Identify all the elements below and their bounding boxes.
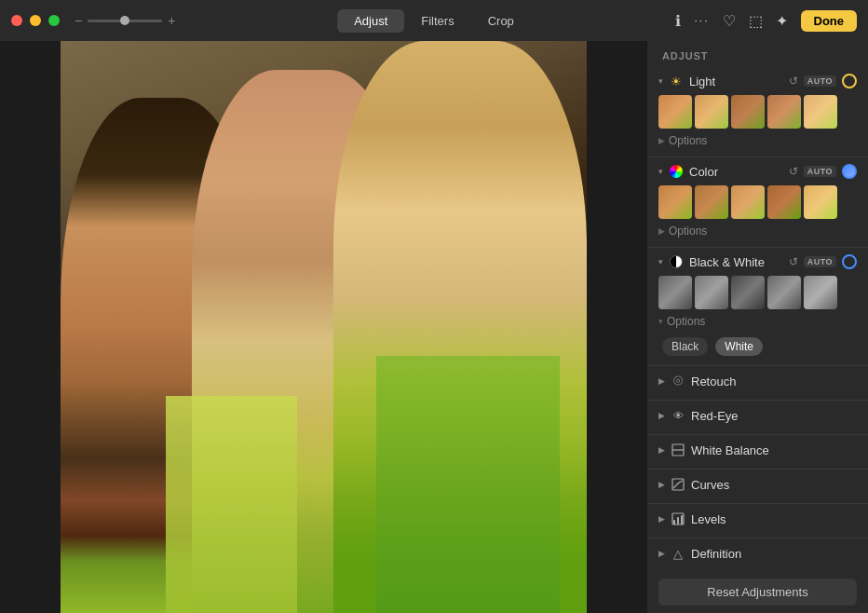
svg-rect-4: [673, 520, 675, 524]
curves-title: Curves: [691, 478, 857, 492]
color-icon: [669, 164, 684, 179]
color-thumb-2[interactable]: [695, 185, 728, 219]
tab-bar: Adjust Filters Crop: [337, 9, 531, 33]
light-header[interactable]: ▾ ☀ Light ↺ AUTO: [647, 67, 868, 95]
light-options-toggle[interactable]: ▶ Options: [658, 134, 857, 147]
color-controls: ↺ AUTO: [789, 164, 857, 179]
options-chevron-icon: ▶: [658, 136, 665, 145]
bw-options-toggle[interactable]: ▾ Options: [658, 315, 857, 328]
color-reset-icon[interactable]: ↺: [789, 165, 798, 178]
whitebalance-icon: [671, 443, 685, 457]
bw-reset-icon[interactable]: ↺: [789, 255, 798, 268]
color-title: Color: [689, 165, 783, 179]
bw-controls: ↺ AUTO: [789, 254, 857, 269]
curves-row[interactable]: ▶ Curves: [647, 470, 868, 499]
zoom-in-icon[interactable]: +: [168, 13, 175, 28]
light-options-label: Options: [669, 134, 707, 147]
heart-button[interactable]: ♡: [723, 12, 736, 30]
retouch-row[interactable]: ▶ ⦾ Retouch: [647, 366, 868, 396]
done-button[interactable]: Done: [801, 10, 858, 32]
redeye-icon: 👁: [671, 408, 685, 423]
zoom-slider-area: − +: [75, 13, 175, 28]
light-thumb-5[interactable]: [804, 95, 837, 129]
svg-rect-6: [681, 515, 683, 524]
redeye-chevron-icon: ▶: [658, 411, 665, 420]
color-options-toggle[interactable]: ▶ Options: [658, 225, 857, 238]
tab-filters[interactable]: Filters: [404, 9, 470, 33]
bw-thumb-3[interactable]: [731, 276, 765, 309]
bw-thumb-4[interactable]: [767, 276, 801, 309]
whitebalance-row[interactable]: ▶ White Balance: [647, 435, 868, 465]
bw-chip-white[interactable]: White: [715, 337, 763, 356]
whitebalance-chevron-icon: ▶: [658, 445, 665, 455]
maximize-button[interactable]: [48, 15, 60, 26]
right-panel: ADJUST ▾ ☀ Light ↺ AUTO: [646, 41, 868, 613]
bw-section: ▾ Black & White ↺ AUTO: [647, 248, 868, 366]
tab-adjust[interactable]: Adjust: [337, 9, 404, 33]
light-thumb-1[interactable]: [658, 95, 692, 129]
whitebalance-title: White Balance: [691, 443, 857, 457]
light-toggle[interactable]: [842, 74, 857, 89]
photo-scene: [61, 41, 587, 613]
shirt-right-green: [376, 356, 561, 613]
bw-thumbnails: [647, 276, 868, 313]
light-controls: ↺ AUTO: [789, 74, 857, 89]
color-thumb-4[interactable]: [767, 185, 801, 219]
crop-button[interactable]: ⬚: [749, 12, 763, 30]
color-section: ▾ Color ↺ AUTO: [647, 157, 868, 248]
bw-thumb-1[interactable]: [658, 276, 692, 309]
svg-rect-5: [677, 517, 679, 524]
zoom-slider[interactable]: [88, 20, 162, 22]
heart-icon: ♡: [723, 12, 736, 30]
titlebar: − + Adjust Filters Crop ℹ ··· ♡ ⬚ ✦ Done: [0, 0, 868, 41]
zoom-out-icon[interactable]: −: [75, 13, 82, 28]
color-header[interactable]: ▾ Color ↺ AUTO: [647, 157, 868, 185]
light-thumb-3[interactable]: [731, 95, 765, 129]
levels-chevron-icon: ▶: [658, 514, 665, 524]
sparkle-icon: ✦: [776, 12, 788, 30]
close-button[interactable]: [11, 15, 22, 26]
retouch-title: Retouch: [691, 375, 857, 388]
color-thumb-1[interactable]: [658, 185, 692, 219]
bw-options-row: ▾ Options: [647, 313, 868, 334]
light-sun-icon: ☀: [669, 74, 684, 89]
color-toggle[interactable]: [842, 164, 857, 179]
definition-row[interactable]: ▶ △ Definition: [647, 538, 868, 568]
redeye-row[interactable]: ▶ 👁 Red-Eye: [647, 401, 868, 430]
bw-chevron-icon: ▾: [658, 257, 663, 266]
retouch-chevron-icon: ▶: [658, 376, 665, 386]
light-auto-badge[interactable]: AUTO: [804, 75, 836, 87]
bw-header[interactable]: ▾ Black & White ↺ AUTO: [647, 248, 868, 276]
shirt-left-green: [166, 396, 297, 613]
light-section: ▾ ☀ Light ↺ AUTO: [647, 67, 868, 157]
levels-row[interactable]: ▶ Levels: [647, 504, 868, 534]
info-button[interactable]: ℹ: [675, 12, 681, 30]
tab-crop[interactable]: Crop: [471, 9, 531, 33]
more-button[interactable]: ···: [694, 14, 709, 27]
sparkle-button[interactable]: ✦: [776, 12, 788, 30]
color-auto-badge[interactable]: AUTO: [804, 166, 836, 177]
light-reset-icon[interactable]: ↺: [789, 75, 798, 88]
whitebalance-section: ▶ White Balance: [647, 435, 868, 470]
bw-thumb-5[interactable]: [804, 276, 837, 309]
color-options-label: Options: [669, 225, 707, 238]
curves-section: ▶ Curves: [647, 470, 868, 504]
light-options-row: ▶ Options: [647, 132, 868, 153]
photo-area: [0, 41, 646, 613]
color-thumb-3[interactable]: [731, 185, 765, 219]
light-thumb-4[interactable]: [767, 95, 801, 129]
color-thumb-5[interactable]: [804, 185, 837, 219]
color-options-row: ▶ Options: [647, 223, 868, 243]
bw-title: Black & White: [689, 255, 783, 269]
light-thumb-2[interactable]: [695, 95, 728, 129]
definition-title: Definition: [691, 547, 857, 561]
reset-adjustments-button[interactable]: Reset Adjustments: [658, 579, 857, 606]
bw-chip-black[interactable]: Black: [662, 337, 708, 356]
bw-auto-badge[interactable]: AUTO: [804, 256, 836, 267]
titlebar-actions: ℹ ··· ♡ ⬚ ✦ Done: [675, 10, 857, 32]
bw-toggle[interactable]: [842, 254, 857, 269]
bw-options-chevron-icon: ▾: [658, 317, 663, 326]
minimize-button[interactable]: [30, 15, 41, 26]
bw-thumb-2[interactable]: [695, 276, 728, 309]
panel-scroll[interactable]: ▾ ☀ Light ↺ AUTO: [647, 67, 868, 571]
